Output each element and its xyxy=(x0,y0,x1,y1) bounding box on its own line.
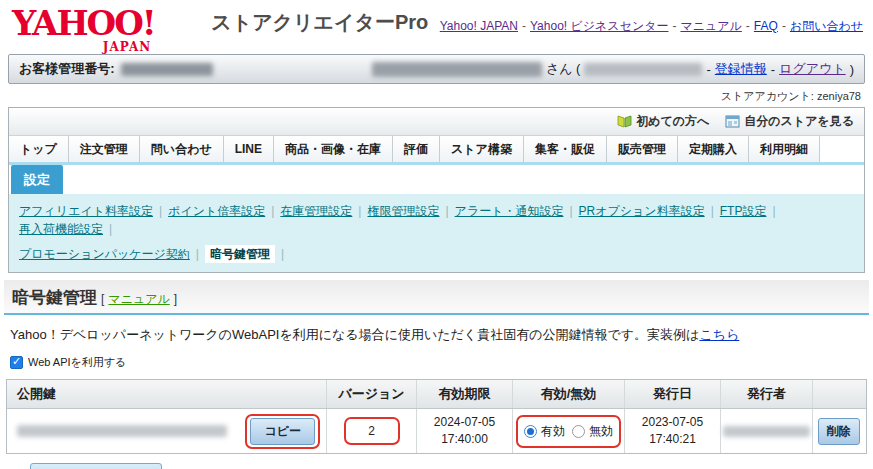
bracket: ] xyxy=(174,292,177,306)
subnav-link-restock[interactable]: 再入荷機能設定 xyxy=(19,222,103,236)
tab-subscription[interactable]: 定期購入 xyxy=(678,136,749,162)
issuer-redacted xyxy=(723,426,810,437)
header-issuer: 発行者 xyxy=(721,380,813,408)
subnav-current-encryption-key[interactable]: 暗号鍵管理 xyxy=(205,245,275,263)
dash: - xyxy=(771,62,775,77)
subnav-link-permission[interactable]: 権限管理設定 xyxy=(367,204,439,218)
link-faq[interactable]: FAQ xyxy=(754,19,778,33)
header-links: Yahoo! JAPAN-Yahoo! ビジネスセンター-マニュアル-FAQ-お… xyxy=(440,18,863,35)
bracket: [ xyxy=(101,292,104,306)
settings-subnav: アフィリエイト料率設定|ポイント倍率設定|在庫管理設定|権限管理設定|アラート・… xyxy=(9,194,864,272)
tab-store-build[interactable]: ストア構築 xyxy=(440,136,524,162)
version-value: 2 xyxy=(368,424,375,438)
tab-inquiries[interactable]: 問い合わせ xyxy=(140,136,224,162)
beginners-guide-link[interactable]: 初めての方へ xyxy=(617,113,709,130)
subnav-separator: | xyxy=(772,204,775,218)
tab-top[interactable]: トップ xyxy=(9,136,69,162)
description-text: Yahoo！デベロッパーネットワークのWebAPIを利用になる場合に使用いただく… xyxy=(0,315,873,346)
cell-delete: 削除 xyxy=(813,409,864,453)
subnav-row-2: プロモーションパッケージ契約|暗号鍵管理| xyxy=(19,245,854,263)
valid-until-date: 2024-07-05 xyxy=(434,414,495,431)
tab-marketing[interactable]: 集客・販促 xyxy=(524,136,607,162)
store-account-line: ストアアカウント: zeniya78 xyxy=(0,84,873,107)
page-header: YAHOO! JAPAN ストアクリエイターPro Yahoo! JAPAN-Y… xyxy=(0,0,873,54)
header-valid-until: 有効期限 xyxy=(417,380,513,408)
radio-enabled-label: 有効 xyxy=(541,423,565,440)
tab-reviews[interactable]: 評価 xyxy=(393,136,440,162)
cell-issued-date: 2023-07-0517:40:21 xyxy=(625,409,721,453)
cell-version: 2 xyxy=(327,409,417,453)
link-manual[interactable]: マニュアル xyxy=(680,19,741,33)
header-public-key: 公開鍵 xyxy=(7,380,327,408)
product-title: ストアクリエイターPro xyxy=(211,9,428,36)
main-nav-box: 初めての方へ 自分のストアを見る トップ 注文管理 問い合わせ LINE 商品・… xyxy=(8,107,865,273)
yahoo-japan-logo[interactable]: YAHOO! JAPAN ストアクリエイターPro xyxy=(12,8,428,38)
page-title: 暗号鍵管理 xyxy=(12,286,97,309)
tab-products-images-stock[interactable]: 商品・画像・在庫 xyxy=(274,136,393,162)
link-contact[interactable]: お問い合わせ xyxy=(790,19,863,33)
webapi-checkbox-checked[interactable] xyxy=(10,356,23,369)
link-separator: - xyxy=(746,19,750,33)
subnav-link-promotion-package[interactable]: プロモーションパッケージ契約 xyxy=(19,247,190,261)
status-radio-group: 有効 無効 xyxy=(521,419,616,444)
subnav-separator: | xyxy=(358,204,361,218)
section-manual-link[interactable]: マニュアル xyxy=(108,291,169,308)
header-actions-empty xyxy=(813,380,864,408)
tab-sales-management[interactable]: 販売管理 xyxy=(607,136,678,162)
subnav-separator: | xyxy=(109,222,112,236)
view-my-store-link[interactable]: 自分のストアを見る xyxy=(725,113,854,130)
tab-order-management[interactable]: 注文管理 xyxy=(69,136,140,162)
store-account-label: ストアアカウント: xyxy=(721,90,814,102)
subnav-link-pr-option-rate[interactable]: PRオプション料率設定 xyxy=(579,204,705,218)
issue-public-key-button[interactable]: 公開鍵発行 xyxy=(30,463,162,469)
header-enabled-disabled: 有効/無効 xyxy=(513,380,625,408)
settings-tab-row: 設定 xyxy=(9,165,864,194)
subnav-separator: | xyxy=(445,204,448,218)
tab-usage-details[interactable]: 利用明細 xyxy=(749,136,820,162)
annotation-version-highlight: 2 xyxy=(344,417,400,445)
header-issued-date: 発行日 xyxy=(625,380,721,408)
radio-disabled[interactable] xyxy=(572,425,585,438)
link-yahoo-japan[interactable]: Yahoo! JAPAN xyxy=(440,19,518,33)
webapi-checkbox-label: Web APIを利用する xyxy=(28,355,126,370)
example-here-link[interactable]: こちら xyxy=(699,327,739,342)
description-body: Yahoo！デベロッパーネットワークのWebAPIを利用になる場合に使用いただく… xyxy=(10,327,699,342)
subnav-separator: | xyxy=(281,247,284,261)
table-header-row: 公開鍵 バージョン 有効期限 有効/無効 発行日 発行者 xyxy=(7,380,866,409)
name-suffix: さん ( xyxy=(546,60,581,78)
cell-valid-until: 2024-07-0517:40:00 xyxy=(417,409,513,453)
main-tabs: トップ 注文管理 問い合わせ LINE 商品・画像・在庫 評価 ストア構築 集客… xyxy=(9,135,864,165)
table-row: コピー 2 2024-07-0517:40:00 有効 無効 2023-07-0… xyxy=(7,409,866,453)
book-icon xyxy=(617,115,632,128)
beginners-guide-label: 初めての方へ xyxy=(636,113,709,130)
register-info-link[interactable]: 登録情報 xyxy=(715,60,767,78)
subnav-link-ftp[interactable]: FTP設定 xyxy=(720,204,767,218)
tab-line[interactable]: LINE xyxy=(224,136,274,162)
subnav-row-1: アフィリエイト料率設定|ポイント倍率設定|在庫管理設定|権限管理設定|アラート・… xyxy=(19,202,854,238)
subnav-link-point-rate[interactable]: ポイント倍率設定 xyxy=(168,204,265,218)
logout-link[interactable]: ログアウト xyxy=(779,60,846,78)
annotation-copy-highlight: コピー xyxy=(245,414,320,449)
user-name-redacted xyxy=(372,62,542,77)
subnav-link-affiliate-rate[interactable]: アフィリエイト料率設定 xyxy=(19,204,153,218)
section-header: 暗号鍵管理 [ マニュアル ] xyxy=(4,280,869,315)
link-business-center[interactable]: Yahoo! ビジネスセンター xyxy=(530,19,668,33)
subnav-separator: | xyxy=(159,204,162,218)
cell-public-key: コピー xyxy=(7,409,327,453)
public-key-redacted xyxy=(17,425,227,437)
radio-enabled-selected[interactable] xyxy=(524,425,537,438)
delete-button[interactable]: 削除 xyxy=(818,418,860,445)
link-separator: - xyxy=(782,19,786,33)
subnav-link-alert-notification[interactable]: アラート・通知設定 xyxy=(455,204,564,218)
account-id-redacted xyxy=(584,63,702,76)
copy-button[interactable]: コピー xyxy=(250,418,315,445)
link-separator: - xyxy=(672,19,676,33)
annotation-radio-highlight: 有効 無効 xyxy=(516,415,621,448)
subnav-link-stock-management[interactable]: 在庫管理設定 xyxy=(280,204,352,218)
japan-logo-text: JAPAN xyxy=(103,40,151,54)
cell-issuer xyxy=(721,409,813,453)
customer-number-label: お客様管理番号: xyxy=(19,60,115,78)
tab-settings-selected[interactable]: 設定 xyxy=(11,165,63,194)
quick-links-row: 初めての方へ 自分のストアを見る xyxy=(9,108,864,135)
subnav-separator: | xyxy=(711,204,714,218)
